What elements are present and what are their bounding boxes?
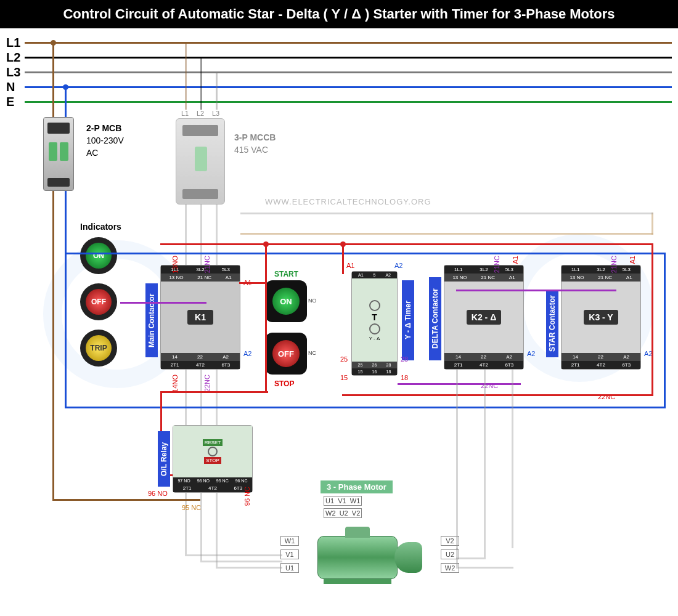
wire-red-pb-down	[265, 243, 267, 391]
contactor-main: 1L13L25L3 13 NO21 NCA1 K1 1422A2 2T14T26…	[160, 265, 240, 370]
ol-relay-label: O/L Relay	[158, 431, 170, 487]
wire-red-to-timer	[342, 243, 344, 274]
wire-red-right-down	[651, 243, 653, 396]
bus-L2	[25, 57, 672, 59]
mccb-t-L1: L1	[181, 110, 189, 117]
timer-label: Y - Δ Timer	[402, 280, 414, 360]
stop-heading: STOP	[274, 379, 294, 388]
stop-nc: NC	[308, 350, 316, 356]
wire-L2-mccb	[200, 57, 202, 110]
watermark-url: WWW.ELECTRICALTECHNOLOGY.ORG	[265, 197, 431, 206]
timer-28: 28	[401, 355, 408, 363]
pushbutton-start[interactable]: ON	[265, 280, 307, 322]
bus-label-E: E	[6, 95, 14, 109]
mccb-t-L2: L2	[197, 110, 204, 117]
wire-purple-k2k3	[398, 383, 521, 385]
wire-mccb-d1	[185, 205, 187, 554]
timer-18: 18	[401, 374, 408, 381]
bus-L3	[25, 71, 672, 73]
wire-neutral-rail-bot	[65, 407, 666, 408]
node-red-pb	[263, 241, 269, 247]
mcb-2p	[43, 117, 74, 191]
bus-label-L1: L1	[6, 36, 20, 50]
wire-power-h3	[456, 548, 458, 550]
ol-95nc-label: 95 NC	[182, 504, 201, 511]
timer-a2: A2	[394, 262, 402, 269]
indicator-on: ON	[80, 237, 117, 274]
motor-bot-terms: W2 U2 V2	[324, 508, 362, 518]
wire-power-left3	[216, 567, 282, 569]
timer-a1: A1	[346, 262, 354, 269]
wire-power-h1	[456, 567, 513, 569]
node-N	[63, 84, 68, 90]
bus-N	[25, 86, 672, 88]
wire-L1-mcb	[52, 42, 54, 117]
main-contactor-label: Main Contactor	[145, 283, 158, 357]
mcb-label: 2-P MCB	[86, 123, 121, 133]
bus-label-L3: L3	[6, 65, 20, 79]
wire-L1-mccb	[185, 42, 187, 110]
k1-14no: 14NO	[171, 375, 179, 392]
indicator-off: OFF	[80, 283, 117, 320]
wire-mcb-down-N	[65, 191, 67, 253]
k2-a2: A2	[527, 350, 535, 357]
bus-L1	[25, 42, 672, 44]
start-heading: START	[274, 270, 298, 278]
bus-E	[25, 101, 672, 103]
indicator-trip: TRIP	[80, 330, 117, 367]
wire-L3-mccb	[216, 71, 218, 110]
mccb-label: 3-P MCCB	[234, 132, 276, 142]
k3-21nc: 21NC	[610, 256, 618, 273]
ol-96nc: 96 NC	[243, 487, 251, 506]
wire-power-left1	[185, 554, 282, 556]
wire-neutral-rail-top	[65, 253, 666, 254]
overload-relay: RESET STOP 97 NO98 NO95 NC96 NC 2T14T26T…	[173, 425, 253, 493]
wire-red-top	[160, 243, 653, 245]
node-red-1	[340, 241, 346, 247]
timer-15: 15	[340, 374, 348, 381]
motor-term-U1: U1	[280, 563, 299, 573]
k1-22nc: 22NC	[203, 375, 211, 392]
wire-tan-top	[240, 233, 653, 235]
node-L1	[51, 40, 56, 46]
k3-a1: A1	[629, 256, 636, 264]
bus-label-L2: L2	[6, 51, 20, 65]
timer-25: 25	[340, 355, 348, 363]
delta-contactor-label: DELTA Contactor	[429, 277, 441, 360]
bus-label-N: N	[6, 80, 15, 94]
ol-96no: 96 NO	[148, 490, 168, 497]
wire-red-bottom-right	[342, 394, 653, 396]
mccb-3p	[176, 118, 225, 205]
title-bar: Control Circuit of Automatic Star - Delt…	[0, 0, 678, 28]
wire-power-k2-d3	[512, 370, 513, 548]
motor-term-W1: W1	[280, 536, 299, 546]
motor-icon	[317, 527, 428, 585]
wire-power-h2	[456, 557, 486, 559]
star-contactor-label: STAR Contactor	[546, 290, 558, 357]
mccb-t-L3: L3	[212, 110, 219, 117]
k2-21nc: 21NC	[493, 256, 500, 273]
motor-top-terms: U1 V1 W1	[324, 496, 362, 506]
wire-purple-ind	[120, 302, 206, 304]
wire-gray-top2	[240, 213, 653, 214]
wire-neutral-right	[664, 253, 666, 408]
timer: A15A2 T Y - Δ 252628 151618	[351, 271, 398, 376]
wire-power-left2	[200, 561, 282, 562]
motor-term-V1: V1	[280, 549, 299, 559]
k1-13no: 13NO	[171, 256, 179, 274]
k2-a1: A1	[512, 256, 519, 264]
mcb-type: AC	[86, 148, 98, 158]
wire-power-k2-d2	[484, 370, 486, 557]
wire-mccb-d3	[216, 205, 218, 567]
k1-21nc: 21NC	[203, 256, 211, 273]
wire-tan-r	[651, 213, 653, 235]
pushbutton-stop[interactable]: OFF	[265, 333, 307, 375]
mccb-voltage: 415 VAC	[234, 145, 268, 155]
wire-power-k2-d1	[456, 370, 458, 567]
mcb-voltage: 100-230V	[86, 136, 124, 145]
wire-purple-top	[456, 290, 616, 291]
wire-brown-ol	[52, 499, 200, 501]
contactor-delta: 1L13L25L3 13 NO21 NCA1 K2 - Δ 1422A2 2T1…	[444, 265, 524, 370]
wire-mcb-down-L	[52, 191, 54, 499]
indicators-heading: Indicators	[80, 222, 121, 232]
